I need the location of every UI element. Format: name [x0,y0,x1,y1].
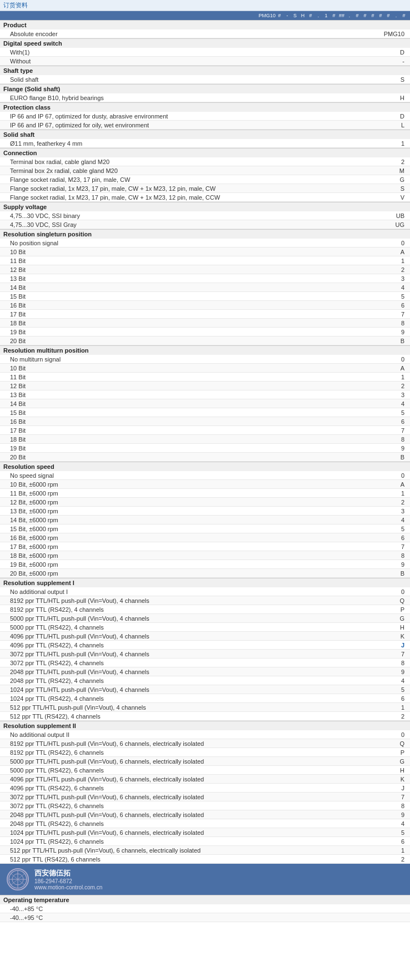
row-label: 19 Bit, ±6000 rpm [10,561,391,568]
row-label: 1024 ppr TTL (RS422), 6 channels [10,838,391,845]
section-product: Product [0,20,410,29]
header-col-11: # [353,13,361,18]
header-col-12: # [361,13,369,18]
list-item: 11 Bit1 [0,373,410,382]
row-label: 20 Bit, ±6000 rpm [10,570,391,577]
list-item: 18 Bit8 [0,435,410,444]
list-item: 15 Bit5 [0,408,410,417]
list-item: 5000 ppr TTL (RS422), 6 channelsH [0,766,410,775]
row-code: 5 [391,686,407,693]
flange-rows: EURO flange B10, hybrid bearingsH [0,93,410,102]
watermark-info: 西安德伍拓 186-2947-6872 www.motion-control.c… [34,868,102,890]
list-item: EURO flange B10, hybrid bearingsH [0,93,410,102]
res-single-rows: No position signal010 BitA11 Bit112 Bit2… [0,239,410,345]
list-item: 10 Bit, ±6000 rpmA [0,480,410,489]
row-code: 0 [391,588,407,595]
row-code: M [391,167,407,174]
row-label: Flange socket radial, 1x M23, 17 pin, ma… [10,185,391,192]
header-col-13: # [369,13,377,18]
row-label: 4096 ppr TTL (RS422), 6 channels [10,785,391,791]
row-code: P [391,749,407,756]
row-label: -40...+95 °C [10,914,391,921]
row-code: G [391,758,407,765]
row-label: 3072 ppr TTL/HTL push-pull (Vin=Vout), 4… [10,651,391,657]
res-supp2-rows: No additional output II08192 ppr TTL/HTL… [0,730,410,864]
section-connection: Connection [0,148,410,157]
row-code: 7 [391,311,407,318]
header-col-7: 1 [322,13,330,18]
solid-shaft-rows: Ø11 mm, featherkey 4 mm1 [0,139,410,148]
section-res-multi: Resolution multiturn position [0,345,410,355]
header-col-10: . [346,13,353,18]
row-label: 19 Bit [10,329,391,335]
header-col-0: PMG10 [258,13,276,18]
row-code: V [391,194,407,201]
row-label: Without [10,58,391,65]
row-label: 19 Bit [10,445,391,452]
row-label: 4096 ppr TTL/HTL push-pull (Vin=Vout), 6… [10,776,391,783]
row-code: 2 [391,499,407,506]
row-code: 1 [391,490,407,497]
header-col-14: # [377,13,384,18]
row-label: No additional output II [10,731,391,738]
list-item: 8192 ppr TTL/HTL push-pull (Vin=Vout), 6… [0,739,410,748]
row-label: 11 Bit [10,374,391,380]
row-code: J [391,642,407,649]
section-res-single: Resolution singleturn position [0,229,410,239]
row-label: 12 Bit [10,266,391,273]
list-item: No additional output I0 [0,587,410,596]
row-code: H [391,624,407,631]
row-label: 18 Bit [10,320,391,326]
list-item: Without- [0,57,410,66]
header-col-16: . [392,13,400,18]
header-col-4: H [299,13,307,18]
section-protection: Protection class [0,102,410,112]
header-col-2: - [283,13,291,18]
row-label: 8192 ppr TTL (RS422), 6 channels [10,749,391,756]
list-item: 14 Bit4 [0,399,410,408]
list-item: 14 Bit4 [0,283,410,292]
res-supp1-rows: No additional output I08192 ppr TTL/HTL … [0,587,410,721]
row-label: Solid shaft [10,76,391,83]
list-item: IP 66 and IP 67, optimized for dusty, ab… [0,112,410,121]
row-code: H [391,95,407,101]
section-digital-speed: Digital speed switch [0,38,410,48]
row-code: D [391,113,407,120]
list-item: 512 ppr TTL (RS422), 4 channels2 [0,712,410,721]
row-label: 10 Bit [10,365,391,372]
list-item: 8192 ppr TTL (RS422), 6 channelsP [0,748,410,757]
row-label: 15 Bit, ±6000 rpm [10,526,391,532]
row-code: 1 [391,140,407,147]
list-item: 15 Bit5 [0,292,410,301]
row-code: 1 [391,704,407,711]
operating-temp-rows: -40...+85 °C-40...+95 °C [0,904,410,922]
row-code: 2 [391,713,407,720]
list-item: 4096 ppr TTL/HTL push-pull (Vin=Vout), 6… [0,775,410,784]
row-code: 7 [391,543,407,550]
list-item: 2048 ppr TTL (RS422), 6 channels4 [0,819,410,828]
row-label: 8192 ppr TTL/HTL push-pull (Vin=Vout), 6… [10,740,391,747]
row-label: 10 Bit [10,249,391,255]
row-code: 0 [391,240,407,246]
row-label: 5000 ppr TTL/HTL push-pull (Vin=Vout), 6… [10,758,391,765]
list-item: No speed signal0 [0,471,410,480]
row-code: 2 [391,266,407,273]
list-item: 14 Bit, ±6000 rpm4 [0,516,410,524]
list-item: 17 Bit7 [0,310,410,319]
row-label: 15 Bit [10,293,391,300]
section-supply: Supply voltage [0,202,410,211]
row-label: 512 ppr TTL (RS422), 4 channels [10,713,391,720]
row-code: 0 [391,472,407,479]
top-bar: 订货资料 [0,0,410,11]
list-item: 19 Bit, ±6000 rpm9 [0,560,410,569]
row-label: 512 ppr TTL/HTL push-pull (Vin=Vout), 4 … [10,704,391,711]
row-label: 15 Bit [10,409,391,416]
row-code: 9 [391,445,407,452]
list-item: 4096 ppr TTL (RS422), 6 channelsJ [0,784,410,793]
row-label: No multiturn signal [10,356,391,363]
row-label: With(1) [10,49,391,56]
list-item: Ø11 mm, featherkey 4 mm1 [0,139,410,148]
row-code: L [391,122,407,128]
company-website: www.motion-control.com.cn [34,884,102,890]
list-item: 4,75...30 VDC, SSI binaryUB [0,211,410,220]
